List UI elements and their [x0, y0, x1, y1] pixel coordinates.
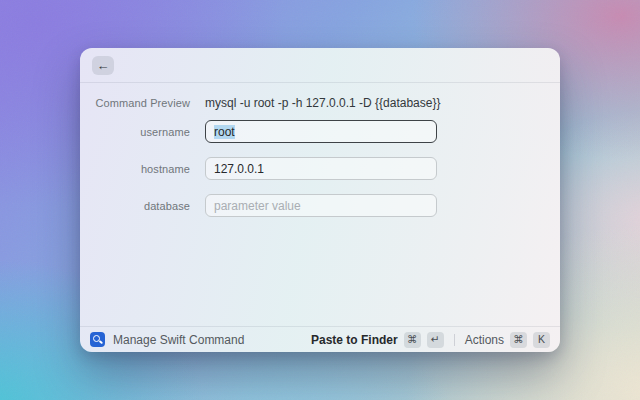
window-header: ←: [80, 48, 560, 83]
database-row: database parameter value: [80, 194, 560, 217]
command-preview-row: Command Preview mysql -u root -p -h 127.…: [80, 96, 560, 110]
command-preview-label: Command Preview: [80, 97, 190, 109]
username-label: username: [80, 126, 190, 138]
command-preview-value: mysql -u root -p -h 127.0.0.1 -D {{datab…: [205, 96, 440, 110]
form-content: Command Preview mysql -u root -p -h 127.…: [80, 83, 560, 326]
command-key-icon: ⌘: [510, 332, 527, 348]
database-placeholder: parameter value: [214, 199, 301, 213]
return-key-icon: ↵: [427, 332, 444, 348]
database-label: database: [80, 200, 190, 212]
hostname-input[interactable]: 127.0.0.1: [205, 157, 437, 180]
app-icon-tail: [98, 340, 102, 344]
hostname-row: hostname 127.0.0.1: [80, 157, 560, 180]
paste-to-finder-button[interactable]: Paste to Finder: [311, 333, 398, 347]
back-button[interactable]: ←: [92, 56, 114, 75]
back-arrow-icon: ←: [97, 59, 110, 72]
username-value-selected: root: [214, 125, 235, 139]
footer-actions-divider: [454, 334, 455, 346]
username-input[interactable]: root: [205, 120, 437, 143]
swift-command-app-icon: [90, 332, 105, 347]
command-title: Manage Swift Command: [113, 333, 244, 347]
actions-menu-button[interactable]: Actions: [465, 333, 504, 347]
footer-app-info: Manage Swift Command: [90, 332, 311, 347]
database-input[interactable]: parameter value: [205, 194, 437, 217]
username-row: username root: [80, 120, 560, 143]
command-form-window: ← Command Preview mysql -u root -p -h 12…: [80, 48, 560, 352]
footer-actions: Paste to Finder ⌘ ↵ Actions ⌘ K: [311, 332, 550, 348]
hostname-value: 127.0.0.1: [214, 162, 264, 176]
command-key-icon: ⌘: [404, 332, 421, 348]
hostname-label: hostname: [80, 163, 190, 175]
k-key-icon: K: [533, 332, 550, 348]
window-footer: Manage Swift Command Paste to Finder ⌘ ↵…: [80, 326, 560, 352]
